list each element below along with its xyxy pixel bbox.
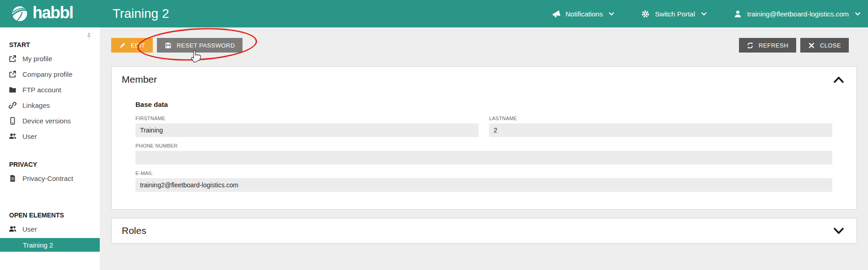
users-icon [9,225,16,233]
email-input[interactable] [135,178,832,192]
link-icon [9,101,16,109]
sidebar-item-device-versions[interactable]: Device versions [0,113,100,128]
pencil-icon [119,42,126,49]
user-account-menu[interactable]: training@fleetboard-logistics.com [733,10,861,18]
sidebar-item-label: Linkages [22,101,50,109]
notifications-menu[interactable]: Notifications [552,10,615,18]
phone-input[interactable] [135,151,832,164]
sidebar-section-open-elements: OPEN ELEMENTS [9,212,100,219]
chevron-down-icon [609,12,615,16]
refresh-button[interactable]: REFRESH [739,38,796,53]
main-content: EDIT RESET PASSWORD [100,27,868,270]
member-panel-body: Base data FIRSTNAME LASTNAME PHONE NUMBE… [112,90,857,209]
roles-panel: Roles [111,218,857,244]
member-panel: Member Base data FIRSTNAME [111,66,857,210]
member-panel-title: Member [122,74,157,85]
toolbar: EDIT RESET PASSWORD [111,38,857,53]
edit-button[interactable]: EDIT [111,38,153,53]
top-bar: habbl Training 2 Notifications [0,0,868,27]
top-menu: Notifications Switch Portal [552,10,861,18]
reset-password-button-label: RESET PASSWORD [177,42,235,49]
pin-icon [85,32,93,41]
reset-password-button[interactable]: RESET PASSWORD [157,38,243,53]
sidebar-item-ftp-account[interactable]: FTP account [0,82,100,97]
sidebar-item-user[interactable]: User [0,128,100,144]
member-panel-header: Member [112,67,857,90]
chevron-down-icon [833,227,845,235]
mobile-icon [9,117,16,125]
sidebar-item-privacy-contract[interactable]: Privacy-Contract [0,170,100,186]
sidebar-item-company-profile[interactable]: Company profile [0,66,100,82]
sidebar-section-privacy: PRIVACY [9,161,100,168]
folder-icon [9,86,16,94]
page-title: Training 2 [113,6,169,21]
users-icon [9,132,16,140]
close-button-label: CLOSE [820,42,841,49]
switch-portal-label: Switch Portal [655,10,695,18]
sidebar-item-linkages[interactable]: Linkages [0,97,100,113]
member-collapse-button[interactable] [833,76,845,84]
sidebar-item-label: User [22,132,37,140]
sidebar-item-training-2-selected[interactable]: Training 2 [0,238,100,252]
sidebar-item-label: Training 2 [23,241,53,249]
lastname-field-group: LASTNAME [489,116,832,137]
close-button[interactable]: CLOSE [800,38,849,53]
phone-label: PHONE NUMBER [135,143,832,148]
pin-sidebar-button[interactable] [85,32,93,42]
share-icon [9,55,16,63]
notifications-label: Notifications [566,10,603,18]
close-icon [808,42,815,49]
person-icon [733,10,742,18]
email-field-group: E-MAIL [135,170,832,192]
refresh-icon [747,42,754,49]
gear-icon [641,10,650,18]
base-data-heading: Base data [135,101,832,108]
user-email: training@fleetboard-logistics.com [747,10,849,18]
sidebar-item-label: Privacy-Contract [22,175,73,182]
firstname-label: FIRSTNAME [135,116,479,121]
firstname-input[interactable] [135,123,479,137]
email-label: E-MAIL [135,170,832,176]
sidebar-item-my-profile[interactable]: My profile [0,51,100,66]
sidebar-item-label: Company profile [22,70,72,78]
habbl-logo[interactable]: habbl [0,5,100,22]
sidebar: START My profile [0,27,100,270]
chevron-up-icon [833,76,845,84]
logo-text: habbl [32,3,73,22]
roles-expand-button[interactable] [833,227,845,235]
switch-portal-menu[interactable]: Switch Portal [641,10,707,18]
sidebar-item-label: User [22,225,37,233]
lastname-input[interactable] [489,123,832,137]
document-icon [9,175,16,182]
toolbar-right-group: REFRESH CLOSE [739,38,849,53]
lastname-label: LASTNAME [489,116,832,121]
sidebar-item-label: Device versions [22,117,71,125]
save-icon [165,42,172,49]
megaphone-icon [552,10,561,18]
globe-icon [11,5,28,22]
share-icon [9,70,16,78]
sidebar-item-open-user[interactable]: User [0,221,100,237]
app-window: habbl Training 2 Notifications [0,0,868,270]
phone-field-group: PHONE NUMBER [135,143,832,164]
refresh-button-label: REFRESH [759,42,788,49]
firstname-field-group: FIRSTNAME [135,116,479,137]
sidebar-item-label: My profile [22,55,52,63]
chevron-down-icon [701,12,707,16]
roles-panel-title: Roles [122,225,146,236]
edit-button-label: EDIT [131,42,145,49]
sidebar-item-label: FTP account [22,86,61,94]
chevron-down-icon [855,12,861,16]
